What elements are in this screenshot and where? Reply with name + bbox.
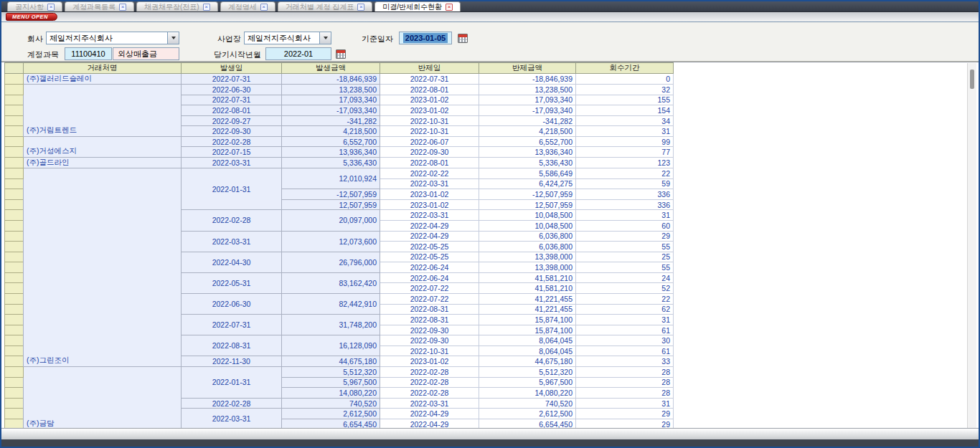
- repay-amount-cell[interactable]: 44,675,180: [479, 356, 576, 367]
- company-select[interactable]: 제일저지주식회사: [46, 32, 179, 44]
- repay-amount-cell[interactable]: 740,520: [479, 398, 576, 409]
- occur-amount-cell[interactable]: 13,238,500: [282, 85, 380, 95]
- repay-amount-cell[interactable]: 13,398,000: [479, 252, 576, 262]
- occur-date-cell[interactable]: 2022-05-31: [182, 272, 282, 293]
- occur-amount-cell[interactable]: 16,128,090: [282, 335, 380, 356]
- occur-date-cell[interactable]: 2022-08-01: [182, 105, 282, 116]
- account-code-input[interactable]: 11100410: [65, 47, 112, 60]
- repay-amount-cell[interactable]: 41,221,455: [479, 304, 576, 315]
- horizontal-scrollbar[interactable]: [1, 428, 979, 439]
- row-selector[interactable]: [5, 136, 24, 147]
- occur-date-cell[interactable]: 2022-03-31: [182, 409, 282, 428]
- row-selector[interactable]: [5, 262, 24, 273]
- collect-days-cell[interactable]: 28: [576, 367, 674, 378]
- repay-date-cell[interactable]: 2022-03-31: [380, 210, 479, 221]
- occur-amount-cell[interactable]: -18,846,939: [282, 74, 380, 85]
- occur-amount-cell[interactable]: 5,967,500: [282, 377, 380, 388]
- repay-date-cell[interactable]: 2022-09-30: [380, 335, 479, 346]
- occur-amount-cell[interactable]: 5,512,320: [282, 367, 380, 378]
- repay-date-cell[interactable]: 2022-06-24: [380, 262, 479, 273]
- collect-days-cell[interactable]: 33: [576, 356, 674, 367]
- collect-days-cell[interactable]: 31: [576, 126, 674, 137]
- tab-0[interactable]: 공지사항×: [7, 1, 62, 11]
- collect-days-cell[interactable]: 22: [576, 168, 674, 179]
- row-selector[interactable]: [5, 283, 24, 294]
- tab-close-icon[interactable]: ×: [446, 4, 453, 11]
- vertical-scrollbar[interactable]: [967, 63, 976, 428]
- repay-date-cell[interactable]: 2022-08-01: [380, 158, 479, 168]
- collect-days-cell[interactable]: 336: [576, 189, 674, 200]
- repay-date-cell[interactable]: 2023-01-02: [380, 95, 479, 105]
- calendar-icon[interactable]: [458, 34, 468, 43]
- row-selector[interactable]: [5, 105, 24, 116]
- repay-date-cell[interactable]: 2023-01-02: [380, 199, 479, 210]
- tab-1[interactable]: 계정과목등록×: [65, 1, 134, 11]
- customer-cell[interactable]: (주)거림트렌드: [24, 85, 182, 137]
- row-selector[interactable]: [5, 178, 24, 189]
- occur-amount-cell[interactable]: 6,552,700: [282, 136, 380, 147]
- row-selector[interactable]: [5, 74, 24, 85]
- repay-amount-cell[interactable]: 13,238,500: [479, 85, 576, 95]
- repay-date-cell[interactable]: 2022-08-31: [380, 315, 479, 325]
- occur-date-cell[interactable]: 2022-03-31: [182, 231, 282, 252]
- repay-date-cell[interactable]: 2022-09-30: [380, 325, 479, 335]
- occur-amount-cell[interactable]: 740,520: [282, 398, 380, 409]
- col-header-occur-amount[interactable]: 발생금액: [282, 63, 380, 74]
- occur-amount-cell[interactable]: 44,675,180: [282, 356, 380, 367]
- repay-amount-cell[interactable]: 13,936,340: [479, 147, 576, 158]
- collect-days-cell[interactable]: 60: [576, 220, 674, 231]
- repay-amount-cell[interactable]: 6,424,275: [479, 178, 576, 189]
- repay-amount-cell[interactable]: 10,048,500: [479, 220, 576, 231]
- row-selector[interactable]: [5, 377, 24, 388]
- row-selector[interactable]: [5, 242, 24, 252]
- tab-close-icon[interactable]: ×: [260, 4, 268, 11]
- collect-days-cell[interactable]: 0: [576, 74, 674, 85]
- repay-amount-cell[interactable]: 6,654,450: [479, 419, 576, 428]
- col-header-repay-date[interactable]: 반제일: [380, 63, 479, 74]
- repay-date-cell[interactable]: 2022-05-25: [380, 242, 479, 252]
- repay-date-cell[interactable]: 2022-08-01: [380, 85, 479, 95]
- occur-date-cell[interactable]: 2022-07-31: [182, 74, 282, 85]
- row-selector[interactable]: [5, 325, 24, 335]
- collect-days-cell[interactable]: 31: [576, 210, 674, 221]
- collect-days-cell[interactable]: 31: [576, 315, 674, 325]
- repay-date-cell[interactable]: 2022-06-07: [380, 136, 479, 147]
- occur-amount-cell[interactable]: -12,507,959: [282, 189, 380, 200]
- repay-amount-cell[interactable]: -17,093,340: [479, 105, 576, 116]
- occur-amount-cell[interactable]: 5,336,430: [282, 158, 380, 168]
- occur-date-cell[interactable]: 2022-04-30: [182, 252, 282, 272]
- row-selector[interactable]: [5, 231, 24, 242]
- tab-close-icon[interactable]: ×: [119, 4, 126, 11]
- row-selector[interactable]: [5, 85, 24, 95]
- tab-5[interactable]: 미결/반제회수현황×: [374, 1, 461, 11]
- tab-close-icon[interactable]: ×: [357, 4, 364, 11]
- collect-days-cell[interactable]: 59: [576, 178, 674, 189]
- col-header-repay-amount[interactable]: 반제금액: [479, 63, 576, 74]
- occur-date-cell[interactable]: 2022-09-30: [182, 126, 282, 137]
- occur-date-cell[interactable]: 2022-01-31: [182, 168, 282, 210]
- row-selector[interactable]: [5, 272, 24, 283]
- repay-date-cell[interactable]: 2022-05-25: [380, 252, 479, 262]
- collect-days-cell[interactable]: 24: [576, 272, 674, 283]
- occur-date-cell[interactable]: 2022-08-31: [182, 335, 282, 356]
- occur-amount-cell[interactable]: 2,612,500: [282, 409, 380, 419]
- collect-days-cell[interactable]: 154: [576, 105, 674, 116]
- customer-cell[interactable]: (주)금담: [24, 367, 182, 428]
- repay-amount-cell[interactable]: 15,874,100: [479, 325, 576, 335]
- repay-amount-cell[interactable]: 4,218,500: [479, 126, 576, 137]
- occur-date-cell[interactable]: 2022-02-28: [182, 210, 282, 231]
- col-header-collect-days[interactable]: 회수기간: [576, 63, 674, 74]
- repay-date-cell[interactable]: 2022-04-29: [380, 409, 479, 419]
- repay-date-cell[interactable]: 2022-04-29: [380, 220, 479, 231]
- repay-date-cell[interactable]: 2022-09-30: [380, 147, 479, 158]
- col-header-occur-date[interactable]: 발생일: [182, 63, 282, 74]
- occur-date-cell[interactable]: 2022-07-31: [182, 95, 282, 105]
- repay-amount-cell[interactable]: 13,398,000: [479, 262, 576, 273]
- collect-days-cell[interactable]: 34: [576, 115, 674, 126]
- row-selector[interactable]: [5, 220, 24, 231]
- collect-days-cell[interactable]: 25: [576, 252, 674, 262]
- row-selector[interactable]: [5, 304, 24, 315]
- repay-amount-cell[interactable]: 15,874,100: [479, 315, 576, 325]
- occur-amount-cell[interactable]: 13,936,340: [282, 147, 380, 158]
- customer-cell[interactable]: (주)거성에스지: [24, 136, 182, 157]
